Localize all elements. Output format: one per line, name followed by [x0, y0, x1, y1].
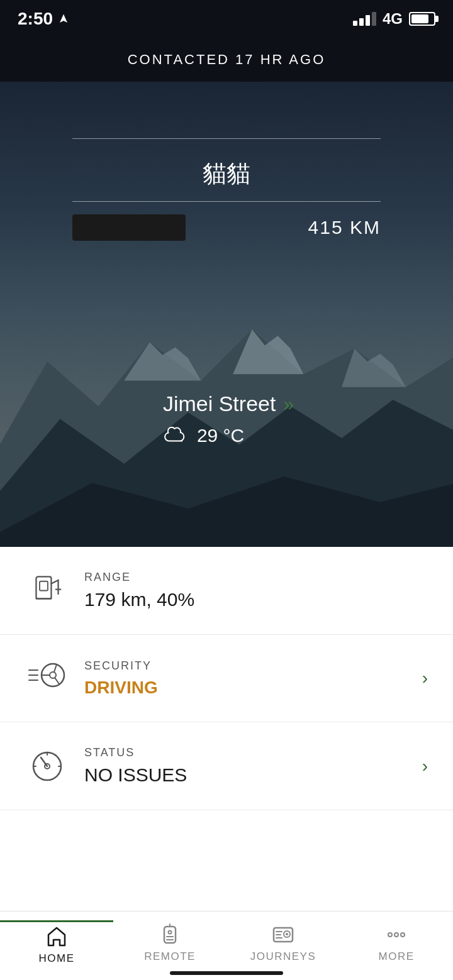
nav-journeys[interactable]: JOURNEYS: [226, 920, 340, 963]
nav-remote[interactable]: REMOTE: [113, 920, 226, 963]
bottom-nav: HOME REMOTE JOURNEYS MORE: [0, 911, 453, 980]
range-card[interactable]: RANGE 179 km, 40%: [0, 547, 453, 635]
vehicle-name: 貓貓: [203, 158, 250, 190]
hero-content: 貓貓 415 KM: [0, 82, 453, 241]
svg-rect-6: [36, 576, 51, 598]
range-value: 179 km, 40%: [84, 589, 428, 610]
weather-temp: 29 °C: [197, 425, 244, 446]
contacted-bar: CONTACTED 17 HR AGO: [0, 38, 453, 82]
signal-icon: [353, 12, 376, 26]
hero-divider-top: [72, 138, 381, 139]
security-card[interactable]: SECURITY DRIVING ›: [0, 635, 453, 722]
hero-range-km: 415 KM: [308, 217, 381, 238]
remote-nav-icon: [158, 923, 182, 947]
range-content: RANGE 179 km, 40%: [69, 571, 428, 610]
svg-point-40: [401, 933, 405, 937]
home-nav-icon: [45, 925, 69, 949]
svg-line-8: [51, 580, 58, 583]
network-label: 4G: [383, 10, 403, 28]
security-label: SECURITY: [84, 659, 410, 673]
status-bar: 2:50 4G: [0, 0, 453, 38]
remote-nav-label: REMOTE: [144, 950, 196, 963]
security-icon-wrap: [25, 659, 69, 698]
more-nav-label: MORE: [379, 950, 415, 963]
svg-point-28: [169, 931, 172, 934]
journeys-nav-icon: [271, 923, 295, 947]
svg-marker-2: [233, 329, 303, 374]
nav-home[interactable]: HOME: [0, 920, 113, 965]
fuel-pump-icon: [31, 572, 63, 610]
vehicle-plate: [72, 214, 186, 241]
contacted-text: CONTACTED 17 HR AGO: [128, 52, 326, 68]
status-right-icons: 4G: [353, 10, 435, 28]
gauge-icon-wrap: [25, 749, 69, 784]
location-arrow-icon: [58, 13, 69, 25]
status-content: STATUS NO ISSUES: [69, 746, 410, 786]
range-label: RANGE: [84, 571, 428, 584]
status-value: NO ISSUES: [84, 764, 410, 786]
chevrons-icon: »: [283, 394, 290, 415]
battery-icon: [409, 12, 435, 26]
svg-rect-7: [40, 581, 48, 590]
hero-info-row: 415 KM: [72, 214, 381, 241]
more-nav-icon: [384, 923, 408, 947]
svg-point-39: [394, 933, 398, 937]
svg-point-38: [388, 933, 392, 937]
svg-line-19: [54, 664, 57, 672]
cloud-icon: [163, 426, 188, 445]
status-chevron: ›: [410, 756, 428, 776]
gauge-icon: [30, 749, 65, 784]
security-content: SECURITY DRIVING: [69, 659, 410, 698]
svg-line-23: [41, 757, 47, 766]
fuel-icon-wrap: [25, 572, 69, 610]
hero-location: Jimei Street » 29 °C: [163, 392, 290, 446]
nav-more[interactable]: MORE: [340, 920, 453, 963]
svg-rect-27: [164, 927, 176, 943]
weather-row: 29 °C: [163, 425, 290, 446]
location-street: Jimei Street »: [163, 392, 290, 416]
svg-line-20: [55, 678, 59, 684]
hero-divider-bottom: [72, 201, 381, 202]
home-indicator: [170, 971, 283, 975]
steering-wheel-icon: [28, 659, 67, 698]
status-label: STATUS: [84, 746, 410, 759]
hero-section: 貓貓 415 KM Jimei Street » 29 °C: [0, 82, 453, 547]
home-nav-label: HOME: [39, 952, 75, 965]
status-card[interactable]: STATUS NO ISSUES ›: [0, 722, 453, 810]
journeys-nav-label: JOURNEYS: [250, 950, 316, 963]
status-time: 2:50: [18, 9, 69, 29]
security-value: DRIVING: [84, 678, 410, 698]
security-chevron: ›: [410, 668, 428, 688]
svg-point-34: [286, 933, 288, 935]
info-section: RANGE 179 km, 40% SECURITY DRIVING: [0, 547, 453, 810]
